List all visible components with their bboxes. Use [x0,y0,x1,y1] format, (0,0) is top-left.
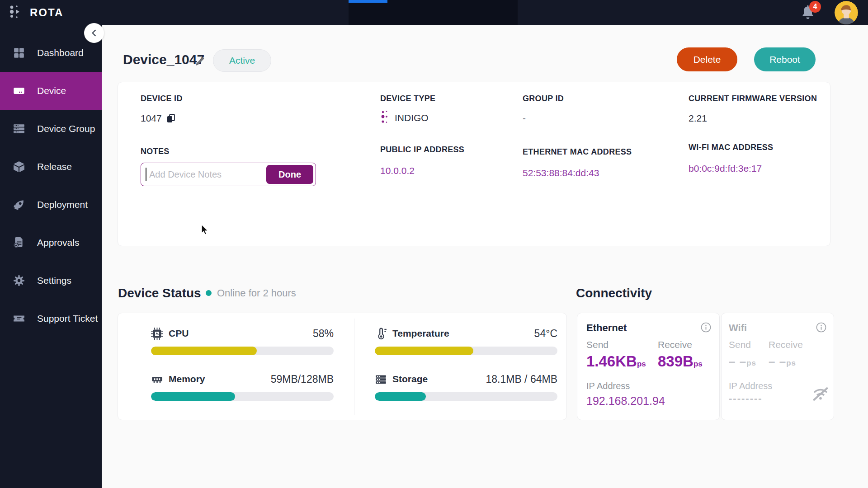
progress-track [151,392,334,401]
memory-metric: Memory 59MB/128MB [151,371,334,401]
notes-field-wrap: Done [141,163,316,186]
device-id-label: DEVICE ID [141,94,183,103]
notes-label: NOTES [141,147,170,156]
ethernet-card: Ethernet Send Receive 1.46KBps 839Bps IP… [577,313,720,420]
wifi-off-icon [811,385,830,404]
sidebar-item-device[interactable]: Device [0,72,102,110]
wifi-receive-label: Receive [769,339,803,350]
release-icon [13,160,25,173]
device-icon [13,84,25,97]
sidebar-item-label: Release [37,161,72,172]
temperature-metric: Temperature 54°C [375,326,557,355]
user-avatar[interactable] [835,1,858,24]
device-type-label: DEVICE TYPE [380,94,435,103]
thermometer-icon [375,328,387,340]
wifi-send-value: – –ps [729,355,756,369]
ethernet-mac-value: 52:53:88:84:dd:43 [523,168,599,178]
notes-input[interactable] [146,169,266,180]
delete-button[interactable]: Delete [677,47,737,71]
storage-metric: Storage 18.1MB / 64MB [375,371,557,401]
notes-done-button[interactable]: Done [266,165,313,184]
notifications-button[interactable]: 4 [800,5,816,21]
brand-name: ROTA [30,6,63,19]
sidebar-item-label: Dashboard [37,47,84,58]
firmware-version-label: CURRENT FIRMWARE VERSION [689,94,817,103]
metric-value: 59MB/128MB [271,373,334,385]
metric-value: 58% [313,328,334,340]
ethernet-receive-label: Receive [658,339,692,350]
sidebar-item-label: Approvals [37,237,79,248]
metric-name: Memory [169,374,205,385]
chevron-left-icon [90,29,98,37]
device-type-value: INDIGO [395,113,429,123]
cpu-chip-icon [151,328,163,340]
approvals-icon [13,236,25,249]
ethernet-receive-value: 839Bps [658,353,703,370]
cpu-metric: CPU 58% [151,326,334,355]
firmware-version-value: 2.21 [689,113,707,123]
progress-fill [151,392,235,401]
notification-count-badge: 4 [809,1,821,13]
ethernet-ip-value: 192.168.201.94 [586,394,665,408]
sidebar-item-support-ticket[interactable]: Support Ticket [0,300,102,338]
sidebar-item-label: Device Group [37,123,95,134]
wifi-ip-label: IP Address [729,381,772,391]
copy-icon [166,113,175,123]
sidebar-item-label: Deployment [37,199,88,210]
wifi-card: Wifi Send Receive – –ps – –ps IP Address… [721,313,834,420]
sidebar-collapse-button[interactable] [84,23,104,43]
memory-ram-icon [151,373,163,385]
sidebar-item-label: Settings [37,275,71,286]
device-group-icon [13,122,25,135]
progress-track [151,347,334,355]
dashboard-icon [13,47,25,59]
pencil-icon [194,56,205,67]
copy-device-id-button[interactable] [166,113,175,123]
status-badge: Active [213,49,271,72]
metric-name: CPU [169,328,189,339]
group-id-value: - [523,113,526,123]
device-id-value: 1047 [141,113,162,124]
main-content: Device_1047 Active Delete Reboot DEVICE … [102,25,868,488]
progress-fill [375,392,426,401]
reboot-button[interactable]: Reboot [754,47,816,71]
public-ip-label: PUBLIC IP ADDRESS [380,145,464,155]
gear-icon [13,274,25,287]
browser-notch [349,0,518,25]
rota-logo-icon [8,4,24,22]
wifi-mac-value: b0:0c:9d:fd:3e:17 [689,163,762,174]
wifi-receive-value: – –ps [769,355,796,369]
sidebar-item-release[interactable]: Release [0,148,102,186]
rocket-icon [13,198,25,211]
device-status-title: Device Status [118,286,201,300]
ethernet-send-value: 1.46KBps [586,353,646,370]
online-status-text: Online for 2 hours [217,287,296,299]
brand: ROTA [8,0,63,25]
group-id-label: GROUP ID [523,94,564,103]
metric-value: 18.1MB / 64MB [486,373,557,385]
sidebar-item-approvals[interactable]: Approvals [0,224,102,262]
page-title: Device_1047 [123,52,204,67]
info-icon [701,322,711,333]
wifi-info-button[interactable] [816,322,826,333]
connectivity-title: Connectivity [576,286,652,300]
sidebar-item-label: Support Ticket [37,313,98,324]
device-status-card: CPU 58% Temperature 54°C [118,313,567,420]
edit-device-name-button[interactable] [194,56,205,67]
progress-track [375,392,557,401]
ethernet-mac-label: ETHERNET MAC ADDRESS [523,147,632,157]
sidebar-item-settings[interactable]: Settings [0,262,102,300]
top-bar: ROTA 4 [0,0,868,25]
loading-bar [349,0,387,3]
ethernet-info-button[interactable] [701,322,711,333]
metric-value: 54°C [534,328,557,340]
wifi-mac-label: WI-FI MAC ADDRESS [689,143,773,152]
public-ip-value: 10.0.0.2 [380,165,415,176]
sidebar-item-device-group[interactable]: Device Group [0,110,102,148]
sidebar-item-deployment[interactable]: Deployment [0,186,102,224]
progress-fill [375,347,473,355]
ethernet-send-label: Send [586,339,609,350]
sidebar-item-label: Device [37,85,66,96]
wifi-send-label: Send [729,339,751,350]
progress-fill [151,347,257,355]
